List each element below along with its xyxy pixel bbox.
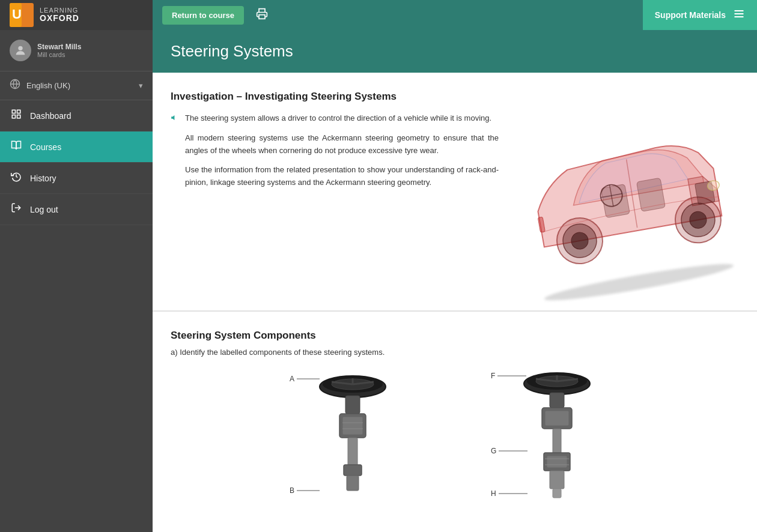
svg-rect-56 — [545, 411, 569, 426]
hamburger-icon — [733, 8, 745, 20]
logo-text: LEARNING OXFORD — [40, 7, 79, 23]
investigation-content: The steering system allows a driver to c… — [171, 112, 739, 292]
svg-rect-3 — [259, 14, 265, 19]
main-layout: Stewart Mills Mill cards English (UK) ▾ — [0, 30, 757, 532]
user-info: Stewart Mills Mill cards — [37, 43, 81, 58]
print-button[interactable] — [251, 5, 273, 25]
label-A-line — [297, 375, 321, 382]
topbar: U LEARNING OXFORD Return to course Suppo… — [0, 0, 757, 30]
svg-rect-42 — [344, 465, 362, 476]
svg-marker-15 — [171, 115, 174, 120]
user-name: Stewart Mills — [37, 43, 81, 51]
history-icon — [10, 171, 23, 185]
sidebar-item-label: History — [30, 174, 56, 183]
logo-bottom: OXFORD — [40, 14, 79, 23]
topbar-right: Support Materials — [643, 0, 757, 30]
components-subtitle: a) Identify the labelled components of t… — [171, 348, 739, 357]
courses-icon — [10, 140, 23, 154]
right-diagram: F G H — [491, 369, 623, 501]
label-F: F — [491, 372, 527, 380]
label-F-line — [497, 372, 527, 379]
sidebar-language-selector[interactable]: English (UK) ▾ — [0, 71, 153, 100]
investigation-section: Investigation – Investigating Steering S… — [153, 73, 757, 312]
svg-text:U: U — [12, 7, 22, 22]
svg-rect-41 — [348, 438, 357, 468]
sidebar-item-logout[interactable]: Log out — [0, 194, 153, 225]
label-G: G — [491, 447, 529, 455]
sidebar: Stewart Mills Mill cards English (UK) ▾ — [0, 30, 153, 532]
svg-rect-23 — [601, 184, 630, 218]
svg-rect-12 — [17, 115, 20, 118]
avatar — [10, 40, 31, 61]
print-icon — [256, 8, 268, 20]
svg-rect-11 — [17, 110, 20, 113]
right-steering-column — [491, 369, 623, 501]
label-H-line — [499, 490, 529, 497]
label-B: B — [290, 486, 321, 495]
content-header: Steering Systems — [153, 30, 757, 73]
label-A: A — [290, 375, 321, 383]
components-title: Steering System Components — [171, 330, 739, 342]
investigation-title: Investigation – Investigating Steering S… — [171, 91, 739, 103]
label-B-line — [297, 487, 321, 494]
sidebar-item-history[interactable]: History — [0, 163, 153, 194]
logo-icon: U — [10, 3, 34, 27]
svg-point-7 — [18, 46, 22, 50]
svg-rect-60 — [550, 471, 564, 489]
paragraph-3: Use the information from the related pre… — [185, 164, 499, 189]
svg-rect-38 — [345, 396, 360, 414]
content-area: Steering Systems Investigation – Investi… — [153, 30, 757, 532]
svg-rect-57 — [553, 429, 561, 456]
svg-rect-13 — [12, 115, 15, 118]
car-illustration — [500, 94, 750, 310]
svg-rect-59 — [547, 456, 567, 468]
support-materials-button[interactable]: Support Materials — [655, 10, 726, 20]
hamburger-button[interactable] — [733, 8, 745, 23]
paragraph-2: All modern steering systems use the Acke… — [185, 132, 499, 157]
svg-rect-40 — [342, 417, 363, 435]
diagrams-row: A B — [171, 369, 739, 501]
topbar-main: Return to course — [153, 0, 643, 30]
svg-rect-43 — [347, 476, 359, 491]
logout-icon — [10, 202, 23, 216]
svg-point-16 — [543, 258, 735, 306]
dashboard-icon — [10, 109, 23, 122]
sidebar-item-dashboard[interactable]: Dashboard — [0, 100, 153, 131]
sidebar-item-label: Courses — [30, 142, 61, 152]
sidebar-item-label: Log out — [30, 205, 58, 214]
return-to-course-button[interactable]: Return to course — [162, 6, 244, 25]
globe-icon — [10, 79, 20, 92]
investigation-text: The steering system allows a driver to c… — [171, 112, 499, 292]
page-title: Steering Systems — [171, 42, 739, 61]
speaker-icon — [171, 113, 179, 292]
user-email: Mill cards — [37, 51, 81, 58]
language-label: English (UK) — [26, 81, 139, 90]
text-body: The steering system allows a driver to c… — [185, 112, 499, 292]
svg-rect-10 — [12, 110, 15, 113]
sidebar-user: Stewart Mills Mill cards — [0, 30, 153, 71]
left-steering-column — [287, 369, 419, 501]
components-section: Steering System Components a) Identify t… — [153, 312, 757, 519]
paragraph-1: The steering system allows a driver to c… — [185, 112, 499, 125]
car-image-area — [511, 112, 739, 292]
sidebar-item-courses[interactable]: Courses — [0, 131, 153, 163]
left-diagram: A B — [287, 369, 419, 501]
logo-area: U LEARNING OXFORD — [0, 0, 153, 30]
sidebar-item-label: Dashboard — [30, 111, 71, 121]
label-G-line — [499, 447, 529, 455]
svg-rect-61 — [553, 489, 561, 498]
svg-rect-54 — [550, 393, 564, 408]
label-H: H — [491, 489, 529, 498]
chevron-down-icon: ▾ — [139, 81, 143, 90]
